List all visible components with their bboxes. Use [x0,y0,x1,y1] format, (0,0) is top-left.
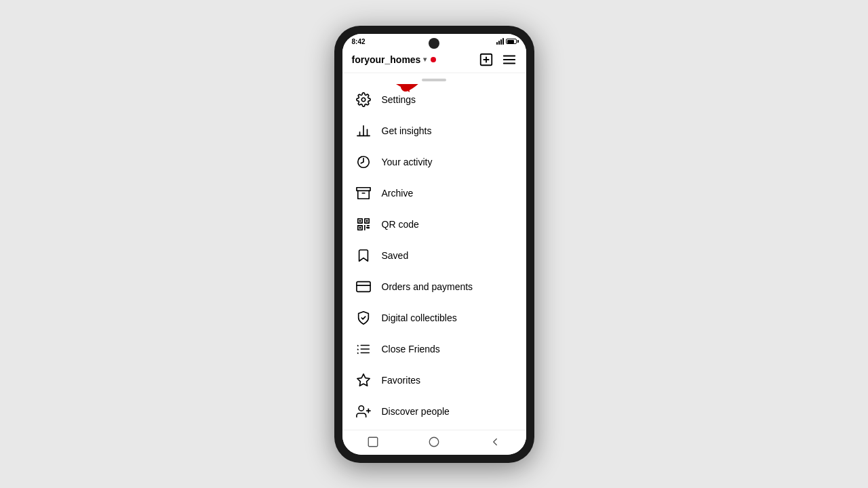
camera-notch [429,38,439,49]
svg-point-42 [429,437,439,447]
archive-icon [356,186,371,201]
nav-back-button[interactable] [489,436,501,451]
svg-point-32 [359,405,363,410]
status-right [496,38,517,45]
star-icon [356,373,371,388]
signal-icon [496,38,504,45]
add-button[interactable] [479,52,494,67]
svg-marker-31 [357,373,369,385]
menu-item-favorites[interactable]: Favorites [342,365,526,396]
ig-header: foryour_homes ▾ [342,47,526,73]
menu-item-get-insights[interactable]: Get insights [342,115,526,146]
svg-rect-25 [356,281,370,291]
menu-list: Settings Get insights [342,84,526,430]
chevron-icon: ▾ [423,56,427,63]
close-friends-label: Close Friends [382,344,440,354]
notification-dot [431,57,436,62]
menu-item-discover-people[interactable]: Discover people [342,396,526,427]
svg-rect-41 [368,437,378,447]
nav-circle-button[interactable] [428,436,440,451]
menu-item-archive[interactable]: Archive [342,178,526,209]
status-time: 8:42 [352,38,366,45]
card-icon [356,279,371,294]
activity-icon [356,155,371,169]
svg-rect-16 [359,220,361,222]
qr-icon [356,217,371,232]
menu-item-close-friends[interactable]: Close Friends [342,333,526,365]
archive-label: Archive [382,188,414,199]
menu-item-covid[interactable]: COVID-19 Information Center [342,427,526,430]
menu-item-qr-code[interactable]: QR code [342,209,526,240]
menu-item-saved[interactable]: Saved [342,240,526,271]
nav-bar [342,430,526,455]
orders-payments-label: Orders and payments [382,281,473,292]
menu-item-your-activity[interactable]: Your activity [342,146,526,178]
person-add-icon [356,404,371,419]
header-icons [479,52,517,67]
svg-marker-7 [396,84,410,92]
phone-device: 8:42 foryour_homes ▾ [334,26,534,463]
list-star-icon [356,342,371,357]
digital-collectibles-label: Digital collectibles [382,312,457,323]
menu-item-settings[interactable]: Settings [342,84,526,115]
phone-screen: 8:42 foryour_homes ▾ [342,34,526,455]
menu-item-orders-payments[interactable]: Orders and payments [342,271,526,302]
nav-square-button[interactable] [367,436,379,451]
discover-people-label: Discover people [382,406,450,417]
svg-rect-18 [359,226,361,228]
status-bar: 8:42 [342,34,526,47]
shield-check-icon [356,310,371,325]
saved-label: Saved [382,250,409,261]
get-insights-label: Get insights [382,125,432,136]
hamburger-button[interactable] [502,52,517,67]
drawer-handle [422,79,446,81]
battery-icon [506,39,517,44]
settings-label: Settings [382,94,416,105]
favorites-label: Favorites [382,375,421,386]
bookmark-icon [356,248,371,263]
username-area[interactable]: foryour_homes ▾ [352,54,437,65]
qr-code-label: QR code [382,219,419,230]
svg-point-6 [361,98,366,102]
svg-rect-17 [366,220,368,222]
your-activity-label: Your activity [382,157,433,167]
username-text: foryour_homes [352,54,421,65]
menu-item-digital-collectibles[interactable]: Digital collectibles [342,302,526,333]
bar-chart-icon [356,123,371,138]
settings-icon [356,92,371,107]
